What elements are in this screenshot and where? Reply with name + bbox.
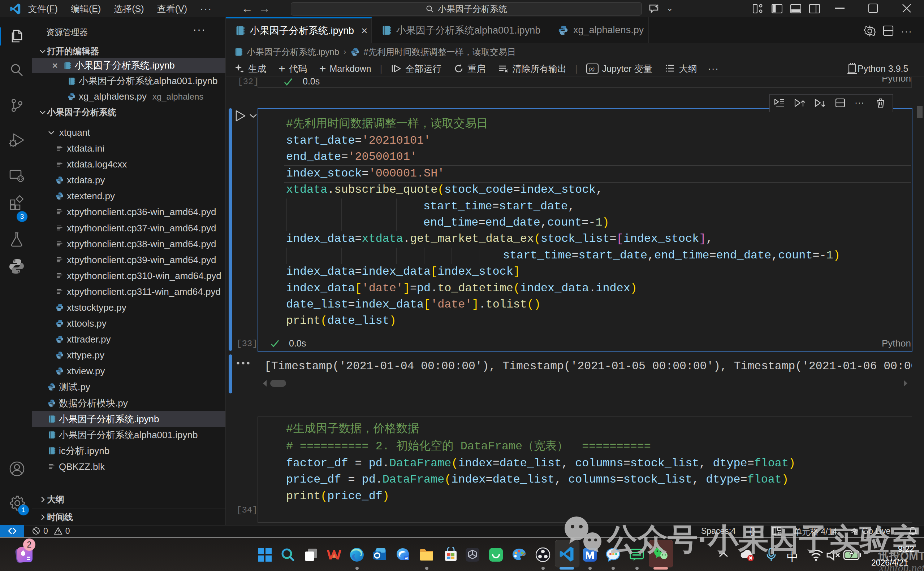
svg-text:AI: AI xyxy=(405,556,409,560)
svg-text:(x): (x) xyxy=(589,66,594,72)
